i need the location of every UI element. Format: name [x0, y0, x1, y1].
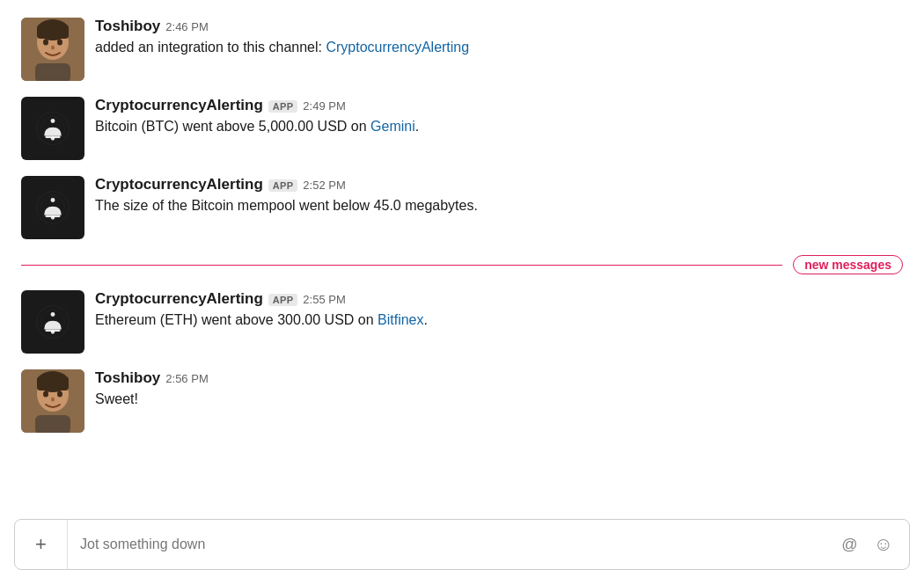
message-header: CryptocurrencyAlerting APP 2:55 PM [95, 290, 903, 308]
at-icon: @ [841, 536, 857, 554]
sender-name: Toshiboy [95, 18, 160, 35]
app-badge: APP [268, 100, 298, 113]
emoji-icon: ☺ [874, 533, 893, 556]
timestamp: 2:49 PM [303, 99, 345, 113]
timestamp: 2:56 PM [165, 372, 208, 385]
input-icons: @ ☺ [838, 529, 909, 559]
svg-point-4 [43, 40, 48, 46]
message-text-plain: Sweet! [95, 391, 138, 406]
plus-icon: + [35, 533, 47, 556]
emoji-button[interactable]: ☺ [870, 529, 897, 559]
new-messages-divider: new messages [21, 255, 903, 274]
message-header: CryptocurrencyAlerting APP 2:52 PM [95, 176, 903, 193]
svg-rect-29 [37, 376, 69, 391]
message-text-plain: Bitcoin (BTC) went above 5,000.00 USD on [95, 119, 370, 134]
message-text: Ethereum (ETH) went above 300.00 USD on … [95, 310, 903, 331]
message-body: CryptocurrencyAlerting APP 2:49 PM Bitco… [95, 97, 903, 137]
avatar-bot [21, 176, 84, 239]
message-text-plain: The size of the Bitcoin mempool went bel… [95, 198, 478, 213]
message-text-suffix: . [415, 119, 419, 134]
message-row: Toshiboy 2:56 PM Sweet! [21, 369, 903, 433]
message-body: Toshiboy 2:56 PM Sweet! [95, 369, 903, 410]
timestamp: 2:55 PM [303, 293, 345, 306]
message-link[interactable]: CryptocurrencyAlerting [326, 40, 469, 55]
timestamp: 2:52 PM [303, 179, 345, 192]
divider-line [21, 265, 782, 266]
svg-point-32 [51, 398, 55, 402]
svg-point-15 [51, 198, 55, 202]
message-text-plain: added an integration to this channel: [95, 40, 326, 55]
sender-name: CryptocurrencyAlerting [95, 97, 263, 114]
app-badge: APP [268, 294, 298, 306]
mention-button[interactable]: @ [838, 532, 861, 558]
message-text: The size of the Bitcoin mempool went bel… [95, 195, 903, 216]
sender-name: CryptocurrencyAlerting [95, 176, 263, 193]
svg-rect-7 [35, 63, 70, 81]
svg-point-6 [51, 46, 55, 50]
message-row: Toshiboy 2:46 PM added an integration to… [21, 18, 903, 81]
message-header: Toshiboy 2:46 PM [95, 18, 903, 35]
message-body: CryptocurrencyAlerting APP 2:55 PM Ether… [95, 290, 903, 331]
svg-point-31 [57, 391, 62, 398]
message-link[interactable]: Bitfinex [378, 312, 423, 327]
message-input-area: + @ ☺ [14, 519, 910, 570]
message-row: CryptocurrencyAlerting APP 2:55 PM Ether… [21, 290, 903, 354]
svg-rect-3 [37, 25, 69, 39]
message-text-plain: Ethereum (ETH) went above 300.00 USD on [95, 312, 378, 327]
svg-point-9 [51, 119, 55, 123]
new-messages-badge: new messages [793, 255, 903, 274]
avatar [21, 18, 84, 81]
message-link[interactable]: Gemini [370, 119, 415, 134]
svg-point-5 [57, 40, 62, 46]
message-text: Sweet! [95, 389, 903, 410]
message-body: Toshiboy 2:46 PM added an integration to… [95, 18, 903, 58]
sender-name: CryptocurrencyAlerting [95, 290, 263, 308]
timestamp: 2:46 PM [165, 20, 208, 33]
svg-point-30 [43, 391, 48, 398]
message-body: CryptocurrencyAlerting APP 2:52 PM The s… [95, 176, 903, 216]
avatar [21, 369, 84, 433]
avatar-bot [21, 290, 84, 354]
sender-name: Toshiboy [95, 369, 160, 387]
message-row: CryptocurrencyAlerting APP 2:52 PM The s… [21, 176, 903, 239]
message-text-suffix: . [424, 312, 428, 327]
message-row: CryptocurrencyAlerting APP 2:49 PM Bitco… [21, 97, 903, 160]
message-text: added an integration to this channel: Cr… [95, 37, 903, 58]
message-input[interactable] [68, 520, 838, 569]
svg-rect-33 [35, 415, 70, 433]
message-text: Bitcoin (BTC) went above 5,000.00 USD on… [95, 116, 903, 137]
svg-point-21 [51, 312, 55, 317]
add-attachment-button[interactable]: + [15, 520, 68, 569]
app-badge: APP [268, 179, 298, 192]
message-header: CryptocurrencyAlerting APP 2:49 PM [95, 97, 903, 114]
avatar-bot [21, 97, 84, 160]
message-header: Toshiboy 2:56 PM [95, 369, 903, 387]
chat-container: Toshiboy 2:46 PM added an integration to… [0, 0, 924, 519]
